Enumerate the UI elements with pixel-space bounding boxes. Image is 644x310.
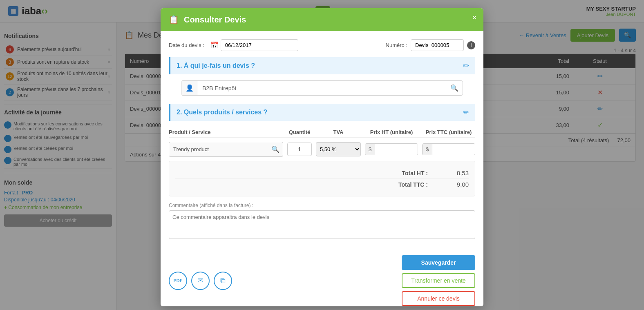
modal-title: Consulter Devis — [184, 15, 246, 25]
col-pttc-label: Prix TTC (unitaire) — [422, 129, 475, 135]
total-ttc-value: 9,00 — [436, 181, 469, 188]
save-button[interactable]: Sauvegarder — [402, 255, 475, 270]
totals-section: Total HT : 8,53 Total TTC : 9,00 — [169, 161, 475, 196]
transform-button[interactable]: Transformer en vente — [402, 273, 475, 288]
pht-input[interactable] — [375, 144, 418, 155]
total-ttc-label: Total TTC : — [398, 181, 428, 188]
client-search-icon[interactable]: 🔍 — [446, 81, 463, 95]
numero-input[interactable] — [411, 39, 464, 51]
modal-body: Date du devis : 📅 Numéro : i 1. À qui je… — [161, 31, 483, 249]
col-pht-label: Prix HT (unitaire) — [365, 129, 418, 135]
pttc-wrap: $ — [422, 143, 475, 155]
total-ht-line: Total HT : 8,53 — [175, 167, 469, 178]
product-input[interactable] — [169, 143, 268, 156]
section2-edit-icon[interactable]: ✏ — [463, 108, 469, 117]
footer-icons: PDF ✉ ⧉ — [169, 272, 232, 290]
copy-button[interactable]: ⧉ — [214, 272, 232, 290]
modal-overlay: 📋 Consulter Devis × Date du devis : 📅 Nu… — [0, 0, 644, 310]
total-ht-label: Total HT : — [402, 170, 428, 176]
comment-textarea[interactable] — [169, 210, 475, 239]
tva-select[interactable]: 5,50 % 0 % 10 % 20 % — [316, 142, 361, 156]
total-ht-value: 8,53 — [436, 169, 469, 176]
consulter-devis-modal: 📋 Consulter Devis × Date du devis : 📅 Nu… — [161, 8, 483, 306]
product-row-1: 🔍 5,50 % 0 % 10 % 20 % $ $ — [169, 142, 475, 157]
comment-label: Commentaire (affiché dans la facture) : — [169, 203, 475, 208]
products-header-row: Produit / Service Quantité TVA Prix HT (… — [169, 127, 475, 138]
section1-edit-icon[interactable]: ✏ — [463, 61, 469, 70]
client-input-wrap: 👤 🔍 — [181, 80, 463, 96]
section1-title: 1. À qui je-fais un devis ? — [177, 62, 255, 69]
pdf-button[interactable]: PDF — [169, 272, 187, 290]
modal-header-icon: 📋 — [169, 15, 179, 25]
col-product-label: Produit / Service — [169, 129, 283, 135]
date-numero-row: Date du devis : 📅 Numéro : i — [169, 39, 475, 51]
product-input-wrap: 🔍 — [169, 142, 283, 157]
client-icon: 👤 — [181, 81, 198, 95]
product-search-icon[interactable]: 🔍 — [268, 142, 283, 156]
cancel-devis-button[interactable]: Annuler ce devis — [402, 291, 475, 306]
numero-wrap: Numéro : i — [386, 39, 475, 51]
col-tva-label: TVA — [316, 129, 361, 135]
date-input[interactable] — [221, 39, 298, 51]
section2-header: 2. Quels produits / services ? ✏ — [169, 104, 475, 121]
col-qty-label: Quantité — [287, 129, 312, 135]
email-icon: ✉ — [197, 276, 203, 285]
calendar-icon: 📅 — [210, 41, 219, 49]
copy-icon: ⧉ — [220, 277, 226, 285]
modal-footer: PDF ✉ ⧉ Sauvegarder Transformer en vente… — [161, 249, 483, 306]
qty-input[interactable] — [287, 143, 312, 156]
info-icon[interactable]: i — [467, 41, 475, 49]
email-button[interactable]: ✉ — [191, 272, 210, 290]
numero-label: Numéro : — [386, 42, 407, 48]
section2-title: 2. Quels produits / services ? — [177, 109, 267, 116]
modal-close-button[interactable]: × — [472, 13, 477, 22]
total-ttc-line: Total TTC : 9,00 — [175, 178, 469, 190]
footer-actions: Sauvegarder Transformer en vente Annuler… — [402, 255, 475, 306]
pttc-currency: $ — [423, 144, 432, 155]
client-input[interactable] — [198, 82, 446, 95]
pdf-icon: PDF — [174, 278, 183, 283]
date-input-wrap: 📅 — [210, 39, 298, 51]
pht-currency: $ — [365, 144, 375, 155]
date-label: Date du devis : — [169, 42, 204, 48]
pht-wrap: $ — [365, 143, 418, 155]
modal-header: 📋 Consulter Devis × — [161, 8, 483, 31]
section1-header: 1. À qui je-fais un devis ? ✏ — [169, 57, 475, 74]
pttc-input[interactable] — [432, 144, 475, 155]
